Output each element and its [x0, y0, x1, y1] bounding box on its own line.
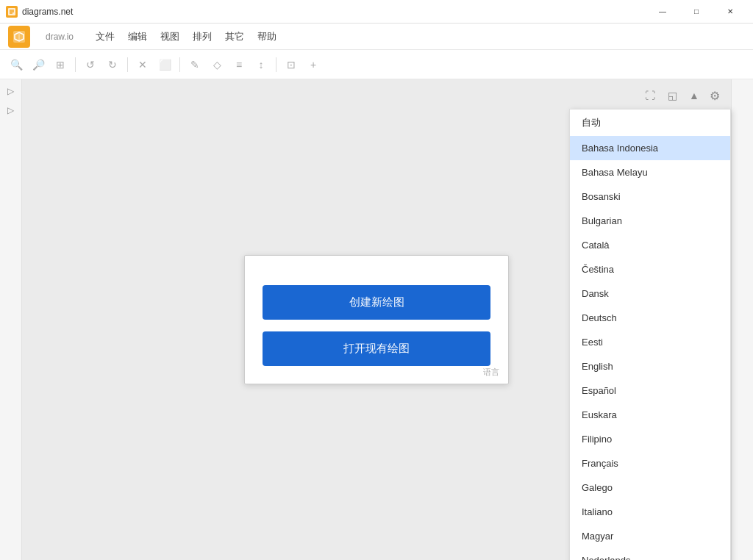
left-tool-1[interactable]: ▷	[2, 82, 20, 100]
lang-auto[interactable]: 自动	[570, 110, 730, 136]
maximize-button[interactable]: □	[679, 0, 713, 24]
app-logo	[6, 24, 32, 50]
minimize-button[interactable]: —	[646, 0, 679, 24]
main-area: ▷ ▷ ⚙ ⛶ ◱ ▲ 创建新绘图 打开现有绘图 语言 自动 Bahasa In…	[0, 79, 753, 560]
left-tool-2[interactable]: ▷	[2, 101, 20, 119]
settings-icon-area: ⚙	[704, 85, 725, 106]
collapse-button[interactable]: ◱	[662, 85, 682, 106]
toolbar-separator-4	[276, 57, 276, 72]
title-bar-controls: — □ ✕	[646, 0, 747, 24]
language-dropdown[interactable]: 自动 Bahasa Indonesia Bahasa Melayu Bosans…	[569, 109, 731, 560]
delete-button[interactable]: ✕	[132, 54, 153, 75]
diagram-dialog: 创建新绘图 打开现有绘图 语言	[244, 255, 509, 384]
create-diagram-button[interactable]: 创建新绘图	[263, 285, 490, 320]
lang-bahasa-melayu[interactable]: Bahasa Melayu	[570, 160, 730, 184]
menu-subtitle: draw.io	[40, 29, 79, 45]
zoom-in-button[interactable]: 🔍	[6, 54, 26, 75]
redo-button[interactable]: ↻	[102, 54, 123, 75]
expand-button[interactable]: ⛶	[640, 85, 660, 106]
list-button[interactable]: ≡	[229, 54, 249, 75]
app-title: diagrams.net	[22, 7, 73, 17]
title-bar-left: diagrams.net	[6, 6, 73, 18]
toolbar: 🔍 🔎 ⊞ ↺ ↻ ✕ ⬜ ✎ ◇ ≡ ↕ ⊡ +	[0, 50, 753, 79]
lang-espanol[interactable]: Español	[570, 378, 730, 403]
right-panel	[731, 79, 753, 560]
grid-button[interactable]: ⊡	[281, 54, 301, 75]
lang-bulgarian[interactable]: Bulgarian	[570, 209, 730, 233]
open-diagram-button[interactable]: 打开现有绘图	[263, 331, 490, 366]
top-right-buttons: ⛶ ◱ ▲	[640, 85, 704, 106]
toolbar-separator-2	[127, 57, 128, 72]
language-link[interactable]: 语言	[483, 367, 499, 378]
title-bar: diagrams.net — □ ✕	[0, 0, 753, 24]
lang-italiano[interactable]: Italiano	[570, 500, 730, 524]
lang-english[interactable]: English	[570, 354, 730, 378]
lang-magyar[interactable]: Magyar	[570, 524, 730, 548]
toolbar-separator-1	[75, 57, 76, 72]
lang-euskara[interactable]: Euskara	[570, 403, 730, 427]
shape-button[interactable]: ◇	[207, 54, 227, 75]
menu-other[interactable]: 其它	[219, 27, 250, 46]
lang-francais[interactable]: Français	[570, 451, 730, 475]
lang-cestina[interactable]: Čeština	[570, 257, 730, 281]
lang-filipino[interactable]: Filipino	[570, 427, 730, 451]
toolbar-separator-3	[179, 57, 180, 72]
close-button[interactable]: ✕	[713, 0, 747, 24]
zoom-reset-button[interactable]: 🔎	[28, 54, 49, 75]
lang-eesti[interactable]: Eesti	[570, 330, 730, 354]
canvas-area[interactable]: ⚙ ⛶ ◱ ▲ 创建新绘图 打开现有绘图 语言 自动 Bahasa Indone…	[22, 79, 731, 560]
menu-help[interactable]: 帮助	[251, 27, 282, 46]
lang-deutsch[interactable]: Deutsch	[570, 306, 730, 330]
panel-toggle-button[interactable]: ▲	[684, 85, 704, 106]
menu-arrange[interactable]: 排列	[187, 27, 218, 46]
lang-bahasa-indonesia[interactable]: Bahasa Indonesia	[570, 136, 730, 160]
lang-bosanski[interactable]: Bosanski	[570, 184, 730, 209]
lang-dansk[interactable]: Dansk	[570, 281, 730, 306]
zoom-fit-button[interactable]: ⊞	[50, 54, 71, 75]
lang-galego[interactable]: Galego	[570, 475, 730, 500]
add-button[interactable]: +	[303, 54, 324, 75]
undo-button[interactable]: ↺	[80, 54, 101, 75]
app-icon	[6, 6, 18, 18]
edit-button[interactable]: ✎	[185, 54, 205, 75]
settings-button[interactable]: ⚙	[704, 85, 725, 106]
logo-box	[8, 26, 30, 48]
left-sidebar: ▷ ▷	[0, 79, 22, 560]
format-button[interactable]: ⬜	[154, 54, 175, 75]
insert-button[interactable]: ↕	[251, 54, 271, 75]
menu-edit[interactable]: 编辑	[122, 27, 153, 46]
menu-view[interactable]: 视图	[154, 27, 185, 46]
menu-bar: draw.io 文件 编辑 视图 排列 其它 帮助	[0, 24, 753, 50]
menu-file[interactable]: 文件	[90, 27, 121, 46]
lang-catala[interactable]: Català	[570, 233, 730, 257]
lang-nederlands[interactable]: Nederlands	[570, 548, 730, 560]
